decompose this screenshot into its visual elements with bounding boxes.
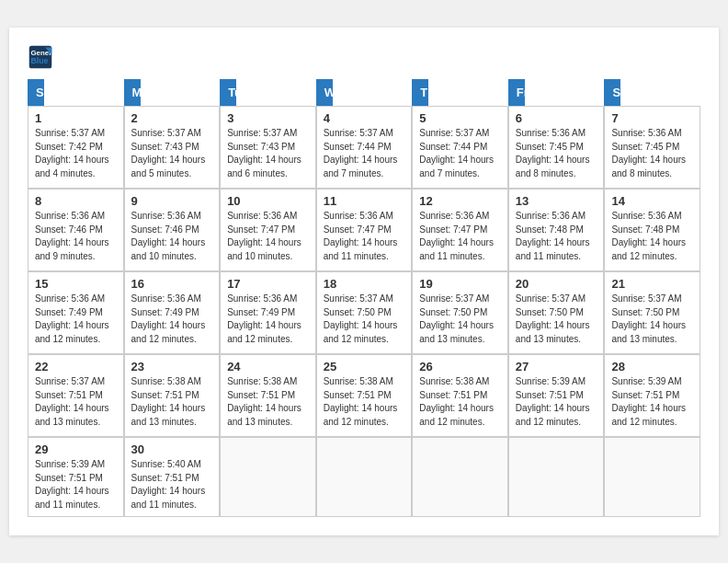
day-cell-28: 28Sunrise: 5:39 AMSunset: 7:51 PMDayligh… bbox=[604, 354, 700, 437]
sunrise-label: Sunrise: 5:40 AM bbox=[131, 459, 201, 469]
day-cell-15: 15Sunrise: 5:36 AMSunset: 7:49 PMDayligh… bbox=[28, 271, 124, 354]
daylight-label: Daylight: 14 hours and 8 minutes. bbox=[516, 155, 590, 178]
cell-info: Sunrise: 5:36 AMSunset: 7:45 PMDaylight:… bbox=[611, 127, 693, 180]
cell-number: 5 bbox=[419, 111, 501, 125]
calendar-container: General Blue SundayMondayTuesdayWednesda… bbox=[9, 28, 719, 535]
day-cell-7: 7Sunrise: 5:36 AMSunset: 7:45 PMDaylight… bbox=[604, 106, 700, 189]
sunrise-label: Sunrise: 5:36 AM bbox=[131, 211, 201, 221]
sunset-label: Sunset: 7:51 PM bbox=[35, 390, 103, 400]
cell-number: 25 bbox=[324, 360, 405, 373]
cell-number: 13 bbox=[516, 194, 597, 208]
cell-number: 3 bbox=[227, 111, 309, 125]
cell-info: Sunrise: 5:40 AMSunset: 7:51 PMDaylight:… bbox=[131, 458, 213, 511]
day-header-wednesday: Wednesday bbox=[316, 79, 333, 106]
sunset-label: Sunset: 7:49 PM bbox=[35, 307, 103, 317]
cell-number: 22 bbox=[35, 360, 117, 373]
sunset-label: Sunset: 7:46 PM bbox=[131, 224, 199, 235]
day-header-tuesday: Tuesday bbox=[220, 79, 236, 106]
cell-number: 12 bbox=[419, 194, 501, 208]
sunrise-label: Sunrise: 5:36 AM bbox=[419, 211, 489, 221]
sunset-label: Sunset: 7:43 PM bbox=[131, 142, 199, 152]
sunset-label: Sunset: 7:51 PM bbox=[516, 390, 584, 400]
sunrise-label: Sunrise: 5:39 AM bbox=[611, 376, 681, 386]
day-cell-5: 5Sunrise: 5:37 AMSunset: 7:44 PMDaylight… bbox=[412, 106, 508, 189]
cell-number: 27 bbox=[516, 360, 597, 373]
day-headers: SundayMondayTuesdayWednesdayThursdayFrid… bbox=[28, 79, 700, 106]
sunset-label: Sunset: 7:42 PM bbox=[35, 142, 103, 152]
sunset-label: Sunset: 7:51 PM bbox=[35, 473, 103, 483]
sunset-label: Sunset: 7:45 PM bbox=[516, 142, 584, 152]
cell-number: 23 bbox=[131, 360, 213, 373]
sunset-label: Sunset: 7:48 PM bbox=[611, 224, 679, 235]
cell-number: 28 bbox=[611, 360, 693, 373]
calendar-header: General Blue bbox=[28, 44, 700, 70]
sunrise-label: Sunrise: 5:36 AM bbox=[227, 211, 297, 221]
cell-info: Sunrise: 5:38 AMSunset: 7:51 PMDaylight:… bbox=[227, 375, 309, 429]
day-cell-13: 13Sunrise: 5:36 AMSunset: 7:48 PMDayligh… bbox=[508, 189, 605, 271]
cell-number: 29 bbox=[35, 442, 117, 456]
daylight-label: Daylight: 14 hours and 7 minutes. bbox=[419, 155, 494, 178]
cell-info: Sunrise: 5:36 AMSunset: 7:46 PMDaylight:… bbox=[35, 210, 117, 263]
daylight-label: Daylight: 14 hours and 12 minutes. bbox=[516, 403, 590, 427]
cell-number: 6 bbox=[516, 111, 597, 125]
cell-info: Sunrise: 5:36 AMSunset: 7:47 PMDaylight:… bbox=[227, 210, 309, 263]
daylight-label: Daylight: 14 hours and 7 minutes. bbox=[324, 155, 398, 178]
week-row-5: 29Sunrise: 5:39 AMSunset: 7:51 PMDayligh… bbox=[28, 437, 700, 517]
day-cell-2: 2Sunrise: 5:37 AMSunset: 7:43 PMDaylight… bbox=[124, 106, 221, 189]
sunset-label: Sunset: 7:51 PM bbox=[419, 390, 487, 400]
day-cell-1: 1Sunrise: 5:37 AMSunset: 7:42 PMDaylight… bbox=[28, 106, 124, 189]
cell-number: 30 bbox=[131, 442, 213, 456]
cell-info: Sunrise: 5:36 AMSunset: 7:49 PMDaylight:… bbox=[35, 293, 117, 346]
sunset-label: Sunset: 7:45 PM bbox=[611, 142, 679, 152]
daylight-label: Daylight: 14 hours and 12 minutes. bbox=[131, 320, 206, 344]
cell-info: Sunrise: 5:36 AMSunset: 7:48 PMDaylight:… bbox=[516, 210, 597, 263]
daylight-label: Daylight: 14 hours and 4 minutes. bbox=[35, 155, 109, 178]
day-cell-30: 30Sunrise: 5:40 AMSunset: 7:51 PMDayligh… bbox=[124, 437, 221, 517]
cell-info: Sunrise: 5:36 AMSunset: 7:45 PMDaylight:… bbox=[516, 127, 597, 180]
day-header-thursday: Thursday bbox=[412, 79, 428, 106]
daylight-label: Daylight: 14 hours and 8 minutes. bbox=[611, 155, 686, 178]
cell-info: Sunrise: 5:37 AMSunset: 7:43 PMDaylight:… bbox=[227, 127, 309, 180]
cell-info: Sunrise: 5:37 AMSunset: 7:42 PMDaylight:… bbox=[35, 127, 117, 180]
cell-info: Sunrise: 5:37 AMSunset: 7:44 PMDaylight:… bbox=[419, 127, 501, 180]
sunrise-label: Sunrise: 5:39 AM bbox=[35, 459, 105, 469]
cell-number: 17 bbox=[227, 277, 309, 291]
daylight-label: Daylight: 14 hours and 11 minutes. bbox=[35, 486, 109, 510]
day-cell-29: 29Sunrise: 5:39 AMSunset: 7:51 PMDayligh… bbox=[28, 437, 124, 517]
day-cell-14: 14Sunrise: 5:36 AMSunset: 7:48 PMDayligh… bbox=[604, 189, 700, 271]
sunset-label: Sunset: 7:49 PM bbox=[131, 307, 199, 317]
day-cell-6: 6Sunrise: 5:36 AMSunset: 7:45 PMDaylight… bbox=[508, 106, 605, 189]
day-cell-27: 27Sunrise: 5:39 AMSunset: 7:51 PMDayligh… bbox=[508, 354, 605, 437]
cell-info: Sunrise: 5:36 AMSunset: 7:48 PMDaylight:… bbox=[611, 210, 693, 263]
cell-info: Sunrise: 5:36 AMSunset: 7:46 PMDaylight:… bbox=[131, 210, 213, 263]
cell-number: 21 bbox=[611, 277, 693, 291]
svg-text:Blue: Blue bbox=[31, 56, 49, 65]
sunrise-label: Sunrise: 5:36 AM bbox=[35, 211, 105, 221]
cell-info: Sunrise: 5:36 AMSunset: 7:49 PMDaylight:… bbox=[227, 293, 309, 346]
cell-number: 24 bbox=[227, 360, 309, 373]
day-cell-26: 26Sunrise: 5:38 AMSunset: 7:51 PMDayligh… bbox=[412, 354, 508, 437]
calendar-body: 1Sunrise: 5:37 AMSunset: 7:42 PMDaylight… bbox=[28, 106, 700, 517]
cell-number: 4 bbox=[324, 111, 405, 125]
sunset-label: Sunset: 7:44 PM bbox=[419, 142, 487, 152]
daylight-label: Daylight: 14 hours and 13 minutes. bbox=[611, 320, 686, 344]
cell-number: 18 bbox=[324, 277, 405, 291]
sunrise-label: Sunrise: 5:37 AM bbox=[35, 128, 105, 138]
cell-number: 16 bbox=[131, 277, 213, 291]
day-cell-8: 8Sunrise: 5:36 AMSunset: 7:46 PMDaylight… bbox=[28, 189, 124, 271]
cell-info: Sunrise: 5:37 AMSunset: 7:51 PMDaylight:… bbox=[35, 375, 117, 429]
day-header-friday: Friday bbox=[508, 79, 525, 106]
sunrise-label: Sunrise: 5:37 AM bbox=[35, 376, 105, 386]
empty-cell bbox=[220, 437, 316, 517]
sunset-label: Sunset: 7:50 PM bbox=[419, 307, 487, 317]
logo: General Blue bbox=[28, 44, 57, 70]
sunrise-label: Sunrise: 5:37 AM bbox=[419, 293, 489, 304]
daylight-label: Daylight: 14 hours and 11 minutes. bbox=[516, 237, 590, 261]
day-cell-9: 9Sunrise: 5:36 AMSunset: 7:46 PMDaylight… bbox=[124, 189, 221, 271]
sunrise-label: Sunrise: 5:37 AM bbox=[611, 293, 681, 304]
sunset-label: Sunset: 7:51 PM bbox=[611, 390, 679, 400]
logo-icon: General Blue bbox=[28, 44, 53, 70]
cell-info: Sunrise: 5:37 AMSunset: 7:50 PMDaylight:… bbox=[419, 293, 501, 346]
empty-cell bbox=[316, 437, 413, 517]
sunrise-label: Sunrise: 5:36 AM bbox=[611, 211, 681, 221]
